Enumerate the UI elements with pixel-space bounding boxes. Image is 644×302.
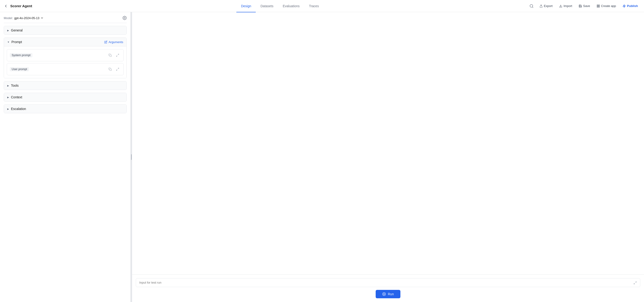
user-prompt-actions [107,66,121,72]
chevron-down-icon [40,16,44,19]
user-prompt-box: User prompt [7,63,124,75]
svg-line-16 [635,282,636,283]
escalation-section: ▶ Escalation [4,104,127,113]
right-panel-content [132,12,644,274]
svg-rect-4 [597,5,598,5]
expand-icon [634,281,637,285]
prompt-chevron-down-icon: ▼ [7,41,10,43]
tab-evaluations[interactable]: Evaluations [278,0,304,12]
general-chevron-right-icon: ▶ [7,29,9,32]
right-panel: Run [132,12,644,302]
export-label: Export [544,4,553,8]
general-label: General [11,28,23,32]
svg-rect-5 [598,5,600,5]
user-prompt-copy-button[interactable] [107,66,113,72]
left-panel: Model: gpt-4o-2024-05-13 ▶ General [0,12,131,302]
copy-icon [108,68,112,71]
settings-icon[interactable] [122,16,127,20]
test-input[interactable] [139,281,634,284]
svg-line-17 [634,283,635,284]
escalation-label: Escalation [11,107,26,111]
system-prompt-box: System prompt [7,49,124,61]
svg-point-9 [124,17,125,19]
copy-icon [108,54,112,57]
svg-rect-7 [597,6,598,7]
run-icon [382,292,386,296]
arguments-label: Arguments [108,40,123,44]
general-header[interactable]: ▶ General [4,26,126,34]
back-button[interactable] [4,4,8,8]
svg-line-1 [532,7,533,7]
tab-traces[interactable]: Traces [304,0,324,12]
run-label: Run [388,292,394,296]
expand-icon [116,68,119,71]
tools-header[interactable]: ▶ Tools [4,81,126,90]
tab-datasets[interactable]: Datasets [256,0,278,12]
save-label: Save [583,4,590,8]
svg-rect-13 [110,69,112,71]
header-tabs: Design Datasets Evaluations Traces [36,0,524,12]
edit-icon [104,40,107,44]
prompt-label: Prompt [12,40,22,44]
header: Scorer Agent Design Datasets Evaluations… [0,0,644,12]
svg-marker-8 [623,5,626,7]
svg-line-11 [118,54,119,55]
tools-label: Tools [11,84,19,87]
context-label: Context [11,95,22,99]
prompt-body: System prompt [4,46,126,78]
app-title: Scorer Agent [10,4,32,8]
system-prompt-actions [107,52,121,58]
export-button[interactable]: Export [537,3,555,9]
svg-line-12 [116,55,117,56]
model-label: Model: [4,16,13,20]
test-input-row [136,278,640,287]
expand-icon [116,54,119,57]
tools-section: ▶ Tools [4,81,127,90]
prompt-header[interactable]: ▼ Prompt Arguments [4,38,126,46]
import-button[interactable]: Import [557,3,574,9]
right-panel-bottom: Run [132,274,644,302]
main-layout: Model: gpt-4o-2024-05-13 ▶ General [0,12,644,302]
system-prompt-copy-button[interactable] [107,52,113,58]
system-prompt-expand-button[interactable] [114,52,121,58]
model-bar: Model: gpt-4o-2024-05-13 [4,16,127,23]
svg-line-15 [116,69,117,70]
prompt-section: ▼ Prompt Arguments System prompt [4,37,127,78]
escalation-header[interactable]: ▶ Escalation [4,105,126,113]
publish-button[interactable]: Publish [620,3,640,9]
svg-rect-10 [110,55,112,57]
header-actions: Export Import Save Create app Publish [528,2,640,10]
context-chevron-right-icon: ▶ [7,96,9,99]
context-header[interactable]: ▶ Context [4,93,126,101]
create-app-label: Create app [601,4,616,8]
import-label: Import [564,4,572,8]
general-section: ▶ General [4,26,127,35]
arguments-button[interactable]: Arguments [104,40,123,44]
tab-design[interactable]: Design [236,0,256,12]
context-section: ▶ Context [4,93,127,102]
model-selector-dropdown[interactable]: gpt-4o-2024-05-13 [14,16,44,20]
test-input-expand-button[interactable] [634,281,637,285]
svg-line-14 [118,68,119,69]
tools-chevron-right-icon: ▶ [7,84,9,87]
model-value-text: gpt-4o-2024-05-13 [14,16,40,20]
header-left: Scorer Agent [4,4,32,8]
user-prompt-label: User prompt [10,67,29,71]
save-button[interactable]: Save [576,3,592,9]
publish-label: Publish [627,4,638,8]
user-prompt-expand-button[interactable] [114,66,121,72]
system-prompt-label: System prompt [10,53,32,57]
escalation-chevron-right-icon: ▶ [7,108,9,110]
svg-rect-6 [598,6,600,7]
search-button[interactable] [528,2,535,10]
run-button[interactable]: Run [376,290,400,298]
svg-marker-19 [384,293,385,295]
create-app-button[interactable]: Create app [594,3,618,9]
panel-divider[interactable] [131,12,132,302]
svg-point-18 [382,293,386,296]
model-selector: Model: gpt-4o-2024-05-13 [4,16,44,20]
